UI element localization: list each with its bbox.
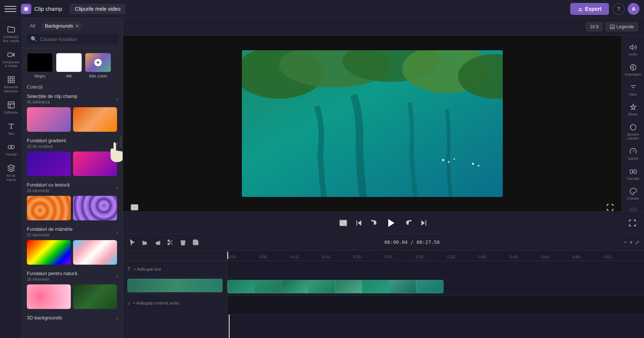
collection-header-nature[interactable]: Fundaluri pentru natură 16 elemente ›	[27, 271, 118, 281]
other-colors-box[interactable]: +	[85, 53, 111, 72]
menu-button[interactable]	[4, 3, 16, 15]
rewind-5-button[interactable]: 5	[370, 219, 379, 227]
filter-label: Filtre	[629, 93, 637, 97]
collection-arrow-clipchamp: ›	[116, 96, 118, 102]
sidebar-label-text: Text	[8, 132, 14, 136]
select-tool-button[interactable]	[127, 237, 137, 247]
add-audio-track-button[interactable]: + Adăugați conținut audio	[133, 301, 179, 305]
collection-header-pride[interactable]: Fundaluri de mândrie 22 elemente ›	[27, 226, 118, 237]
redo-button[interactable]	[153, 237, 162, 247]
svg-rect-3	[8, 77, 10, 79]
collection-gradient: Fundaluri gradient 16 de conținut ›	[27, 138, 118, 176]
sidebar-item-transition2[interactable]: Tranziție	[623, 165, 644, 184]
add-color-plus: +	[94, 59, 102, 66]
fullscreen-button2[interactable]	[628, 219, 637, 227]
delete-button[interactable]	[178, 237, 188, 247]
svg-point-21	[478, 165, 480, 167]
sidebar-item-fade[interactable]: Estompare	[623, 60, 644, 80]
thumb-nature-2[interactable]	[73, 284, 117, 309]
svg-point-36	[168, 240, 170, 242]
timeline-ruler: 0:04 0:08 0:12 0:16 0:20 0:24 0:28 0:32 …	[123, 251, 644, 261]
search-input[interactable]	[40, 36, 114, 42]
help-button[interactable]: ?	[613, 3, 625, 15]
thumb-nature-1[interactable]	[27, 284, 71, 309]
thumb-clipchamp-1[interactable]	[27, 107, 71, 132]
play-pause-button[interactable]	[386, 218, 397, 228]
filter-all-button[interactable]: All	[27, 22, 38, 30]
collection-info-texture: Fundaluri cu textură 18 elemente	[27, 182, 70, 193]
transition2-icon	[629, 168, 637, 176]
svg-marker-34	[388, 219, 394, 227]
sidebar-item-transitions[interactable]: Tranziții	[1, 140, 21, 160]
collection-info-pride: Fundaluri de mândrie 22 elemente	[27, 226, 73, 237]
sidebar-item-record[interactable]: Înregistrare & create	[1, 48, 21, 71]
sidebar-item-filters[interactable]: Filtre	[623, 80, 644, 100]
fade-icon	[629, 63, 637, 71]
thumb-pride-2[interactable]	[73, 240, 117, 265]
nav-my-videos[interactable]: Clipurile mele video	[70, 4, 126, 14]
save-button[interactable]	[191, 237, 201, 247]
video-clip[interactable]	[227, 280, 443, 293]
avatar[interactable]: A	[628, 3, 640, 15]
subtitle-off-button[interactable]	[339, 219, 347, 227]
right-sidebar-collapse-button[interactable]: ‹	[629, 207, 637, 211]
collection-header-gradient[interactable]: Fundaluri gradient 16 de conținut ›	[27, 138, 118, 149]
sidebar-item-brand-kit[interactable]: Kit de marcă	[1, 161, 21, 185]
color-wheel-icon	[629, 123, 637, 131]
svg-point-20	[472, 163, 474, 165]
collection-arrow-3d: ›	[116, 315, 118, 321]
other-colors-swatch[interactable]: + Alte culori	[85, 53, 111, 78]
add-text-track-button[interactable]: + Adăugați text	[134, 267, 161, 271]
filter-icon	[629, 83, 637, 92]
thumb-clipchamp-2[interactable]	[73, 107, 117, 132]
thumb-texture-2[interactable]	[73, 196, 117, 220]
thumb-gradient-2[interactable]	[73, 152, 117, 176]
undo-button[interactable]	[140, 237, 150, 247]
collection-header-texture[interactable]: Fundaluri cu textură 18 elemente ›	[27, 182, 118, 193]
captions-button[interactable]: Legende	[606, 22, 638, 31]
track-content	[227, 261, 644, 338]
export-button[interactable]: Export	[570, 3, 609, 15]
cut-button[interactable]	[165, 237, 175, 247]
thumb-gradient-1[interactable]	[27, 152, 71, 176]
content-panel: All Backgrounds ✕ 🔍 Negru Alb	[22, 18, 123, 338]
collection-count-clipchamp: 65 bibliotecă	[27, 100, 78, 104]
skip-back-button[interactable]	[355, 219, 363, 227]
fullscreen-button[interactable]	[606, 203, 614, 211]
svg-point-18	[448, 161, 450, 163]
timeline-time: 00:00.04 / 00:27.56	[203, 239, 621, 245]
sidebar-item-audio[interactable]: Audio	[623, 40, 644, 60]
aspect-ratio-button[interactable]: 16:9	[586, 22, 603, 31]
sidebar-item-my-content[interactable]: Conținutul dvs. media	[1, 22, 21, 46]
skip-forward-button[interactable]	[420, 219, 428, 227]
svg-text:5: 5	[407, 222, 408, 224]
sidebar-item-effects[interactable]: Efecte	[623, 100, 644, 119]
black-swatch[interactable]: Negru	[27, 53, 53, 78]
sidebar-item-speed[interactable]: Speed	[623, 144, 644, 164]
text-icon	[7, 122, 15, 130]
other-colors-label: Alte culori	[89, 74, 107, 78]
thumb-pride-1[interactable]	[27, 240, 71, 265]
collection-header-3d[interactable]: 3D backgrounds ›	[27, 315, 118, 321]
white-swatch-box[interactable]	[56, 53, 82, 72]
sidebar-item-elements[interactable]: Elemente elemente	[1, 73, 21, 96]
zoom-in-button[interactable]: +	[629, 239, 633, 246]
black-swatch-box[interactable]	[27, 53, 53, 72]
video-track-thumbnail	[127, 279, 222, 292]
white-swatch[interactable]: Alb	[56, 53, 82, 78]
sidebar-item-color2[interactable]: Culoare	[623, 184, 644, 204]
subtitle-toggle-button[interactable]	[130, 203, 139, 211]
collection-header-clipchamp[interactable]: Selecțiile de clip champ 65 bibliotecă ›	[27, 93, 118, 104]
forward-5-button[interactable]: 5	[404, 219, 412, 227]
thumb-texture-1[interactable]	[27, 196, 71, 220]
sidebar-item-text[interactable]: Text	[1, 119, 21, 139]
collection-name-gradient: Fundaluri gradient	[27, 138, 66, 143]
sidebar-item-templates[interactable]: Șabloane	[1, 98, 21, 118]
brand-icon	[7, 164, 15, 172]
grid-icon	[7, 76, 15, 84]
sidebar-item-color-adjust[interactable]: ajustare culorilor	[623, 120, 644, 144]
zoom-fit-button[interactable]: ⤢	[635, 239, 640, 245]
remove-filter-button[interactable]: ✕	[75, 23, 79, 29]
zoom-out-button[interactable]: −	[624, 239, 627, 246]
color2-label: Culoare	[627, 197, 639, 201]
